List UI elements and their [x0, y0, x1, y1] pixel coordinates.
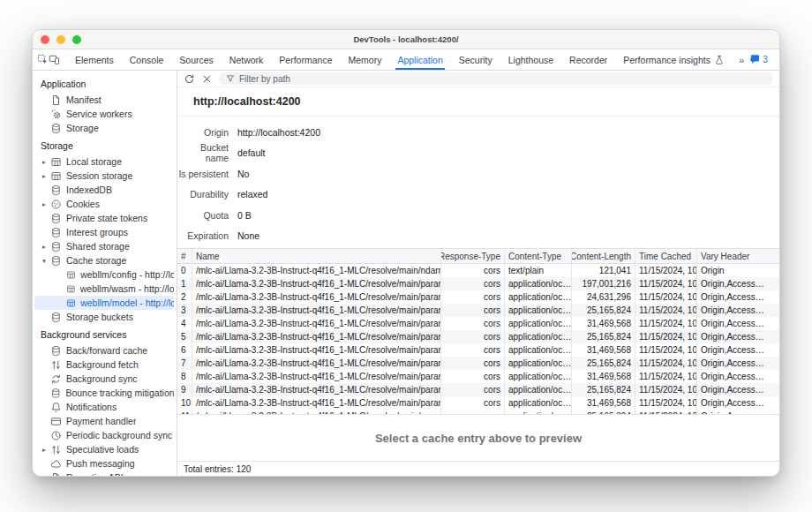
sidebar-item-interest-groups[interactable]: Interest groups — [34, 225, 174, 239]
field-label: Durability — [177, 189, 229, 200]
chevron-right-icon[interactable]: ▸ — [42, 243, 50, 251]
table-row[interactable]: 0/mlc-ai/Llama-3.2-3B-Instruct-q4f16_1-M… — [177, 264, 779, 277]
field-label: Expiration — [177, 230, 229, 241]
refresh-icon[interactable] — [184, 73, 195, 85]
bell-icon — [50, 402, 62, 413]
device-toolbar-button[interactable] — [49, 49, 60, 70]
sidebar-item-cache-storage[interactable]: ▾Cache storage — [34, 253, 174, 267]
sidebar-item-cookies[interactable]: ▸Cookies — [34, 197, 174, 211]
tab-lighthouse[interactable]: Lighthouse — [500, 49, 561, 70]
cell-time_cached: 11/15/2024, 10… — [635, 357, 696, 370]
sidebar-item-webllm-model-http-loc[interactable]: webllm/model - http://loc… — [34, 296, 174, 310]
tab-label: Sources — [179, 55, 214, 65]
column-header-num[interactable]: # — [177, 249, 192, 263]
cell-content_length: 31,469,568 — [571, 396, 635, 410]
table-row[interactable]: 4/mlc-ai/Llama-3.2-3B-Instruct-q4f16_1-M… — [177, 317, 779, 330]
cell-name: /mlc-ai/Llama-3.2-3B-Instruct-q4f16_1-ML… — [192, 370, 440, 383]
sidebar-item-label: Local storage — [66, 156, 122, 167]
sidebar-item-back-forward-cache[interactable]: Back/forward cache — [34, 343, 174, 358]
sidebar-item-periodic-background-sync[interactable]: Periodic background sync — [34, 428, 174, 442]
column-header-content-length[interactable]: Content-Length — [571, 249, 635, 263]
minimize-button[interactable] — [56, 35, 65, 44]
cell-response_type: cors — [440, 383, 504, 396]
table-icon — [50, 170, 62, 182]
chevron-down-icon[interactable]: ▾ — [42, 257, 50, 265]
tab-recorder[interactable]: Recorder — [561, 49, 615, 70]
table-row[interactable]: 8/mlc-ai/Llama-3.2-3B-Instruct-q4f16_1-M… — [177, 370, 779, 383]
sidebar-item-local-storage[interactable]: ▸Local storage — [34, 154, 174, 169]
tab-memory[interactable]: Memory — [340, 49, 389, 70]
sidebar-item-speculative-loads[interactable]: ▸Speculative loads — [34, 442, 174, 456]
table-row[interactable]: 2/mlc-ai/Llama-3.2-3B-Instruct-q4f16_1-M… — [177, 290, 779, 304]
tab-label: Network — [229, 55, 264, 65]
traffic-lights — [41, 30, 81, 49]
sidebar-item-payment-handler[interactable]: Payment handler — [34, 414, 174, 428]
table-row[interactable]: 7/mlc-ai/Llama-3.2-3B-Instruct-q4f16_1-M… — [177, 357, 779, 370]
cell-content_length: 25,165,824 — [571, 357, 635, 370]
sidebar-item-storage[interactable]: Storage — [34, 121, 174, 135]
cell-content_length: 31,469,568 — [571, 370, 635, 383]
tab-performance[interactable]: Performance — [271, 49, 340, 70]
filter-input[interactable] — [239, 74, 766, 84]
device-toolbar-icon — [49, 54, 60, 65]
chevron-right-icon[interactable]: ▸ — [42, 446, 50, 454]
tab-security[interactable]: Security — [451, 49, 500, 70]
sidebar-item-label: Background fetch — [66, 359, 139, 370]
issues-message-icon[interactable] — [749, 54, 761, 65]
table-header-row: #NameResponse-TypeContent-TypeContent-Le… — [177, 249, 779, 264]
sidebar-item-session-storage[interactable]: ▸Session storage — [34, 169, 174, 183]
origin-field-durability: Durabilityrelaxed — [177, 184, 779, 206]
tab-elements[interactable]: Elements — [67, 49, 122, 70]
cell-response_type: cors — [440, 277, 504, 290]
sidebar-item-service-workers[interactable]: Service workers — [34, 107, 174, 121]
sidebar-item-indexeddb[interactable]: IndexedDB — [34, 183, 174, 197]
column-header-name[interactable]: Name — [192, 249, 440, 263]
zoom-button[interactable] — [72, 35, 81, 44]
sidebar-item-storage-buckets[interactable]: Storage buckets — [34, 310, 174, 324]
table-row[interactable]: 5/mlc-ai/Llama-3.2-3B-Instruct-q4f16_1-M… — [177, 330, 779, 343]
cell-time_cached: 11/15/2024, 10… — [635, 317, 696, 330]
cell-content_type: application/oc… — [504, 396, 571, 410]
sidebar-item-webllm-wasm-http-loca[interactable]: webllm/wasm - http://loca… — [34, 282, 174, 296]
tab-application[interactable]: Application — [389, 49, 450, 70]
chevron-right-icon[interactable]: ▸ — [42, 200, 50, 208]
tab-console[interactable]: Console — [122, 49, 172, 70]
sidebar-item-webllm-config-http-loc[interactable]: webllm/config - http://loc… — [34, 267, 174, 282]
cell-response_type: cors — [440, 330, 504, 343]
column-header-time-cached[interactable]: Time Cached — [635, 249, 696, 263]
inspect-element-button[interactable] — [37, 49, 49, 70]
tab-network[interactable]: Network — [222, 49, 272, 70]
document-icon — [50, 472, 62, 477]
tab-performance-insights[interactable]: Performance insights — [615, 49, 733, 70]
sidebar-item-reporting-api[interactable]: Reporting API — [34, 471, 174, 476]
chevron-right-icon[interactable]: ▸ — [42, 158, 50, 166]
table-row[interactable]: 9/mlc-ai/Llama-3.2-3B-Instruct-q4f16_1-M… — [177, 383, 779, 396]
close-button[interactable] — [41, 35, 49, 44]
more-tabs-button[interactable]: » — [733, 55, 749, 65]
sidebar-item-background-sync[interactable]: Background sync — [34, 372, 174, 386]
sidebar-item-manifest[interactable]: Manifest — [34, 93, 174, 107]
field-value: No — [237, 169, 249, 179]
tab-label: Performance — [279, 55, 332, 65]
cell-num: 3 — [177, 304, 192, 317]
column-header-vary-header[interactable]: Vary Header — [696, 249, 779, 263]
sidebar-item-notifications[interactable]: Notifications — [34, 400, 174, 414]
column-header-content-type[interactable]: Content-Type — [504, 249, 571, 263]
table-row[interactable]: 1/mlc-ai/Llama-3.2-3B-Instruct-q4f16_1-M… — [177, 277, 779, 290]
database-icon — [50, 241, 62, 252]
sidebar-item-push-messaging[interactable]: Push messaging — [34, 456, 174, 471]
sidebar-item-shared-storage[interactable]: ▸Shared storage — [34, 239, 174, 253]
cell-response_type: cors — [440, 357, 504, 370]
sidebar-item-label: Reporting API — [66, 472, 124, 476]
tab-sources[interactable]: Sources — [171, 49, 222, 70]
table-row[interactable]: 3/mlc-ai/Llama-3.2-3B-Instruct-q4f16_1-M… — [177, 304, 779, 317]
cell-content_type: application/oc… — [504, 290, 571, 304]
table-row[interactable]: 10/mlc-ai/Llama-3.2-3B-Instruct-q4f16_1-… — [177, 396, 779, 410]
chevron-right-icon[interactable]: ▸ — [42, 172, 50, 180]
sidebar-item-background-fetch[interactable]: Background fetch — [34, 358, 174, 372]
table-row[interactable]: 6/mlc-ai/Llama-3.2-3B-Instruct-q4f16_1-M… — [177, 343, 779, 357]
sidebar-item-private-state-tokens[interactable]: Private state tokens — [34, 211, 174, 225]
column-header-response-type[interactable]: Response-Type — [440, 249, 504, 263]
sidebar-item-bounce-tracking-mitigations[interactable]: Bounce tracking mitigations — [34, 386, 174, 400]
clear-icon[interactable] — [201, 73, 213, 85]
